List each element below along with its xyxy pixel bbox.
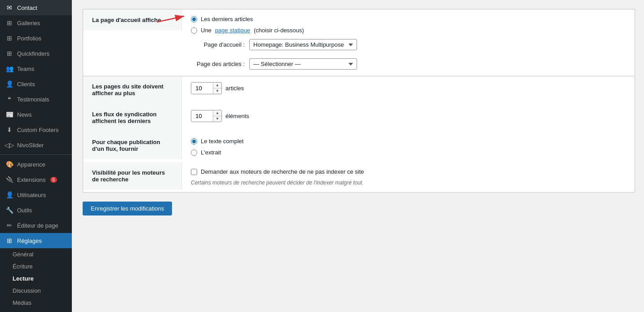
sidebar-label-apparence: Apparence <box>17 161 45 168</box>
radio-static[interactable] <box>191 27 197 34</box>
subitem-label-lecture: Lecture <box>13 275 34 282</box>
radio-latest-label[interactable]: Les derniers articles <box>191 16 626 22</box>
flux-control: ▲ ▼ éléments <box>182 104 635 128</box>
sidebar-subitem-general[interactable]: Général <box>0 248 72 260</box>
reglages-icon: ⊞ <box>5 237 13 245</box>
sidebar-label-utilisateurs: Utilisateurs <box>17 192 46 198</box>
noindex-checkbox[interactable] <box>191 169 197 175</box>
sidebar-item-custom-footers[interactable]: ⬇ Custom Footers <box>0 122 72 137</box>
settings-row-flux: Les flux de syndication affichent les de… <box>83 104 635 132</box>
pages-max-up[interactable]: ▲ <box>213 83 221 88</box>
apparence-icon: 🎨 <box>5 160 13 168</box>
radio-static-label[interactable]: Une page statique (choisir ci-dessous) <box>191 27 626 34</box>
sidebar-item-contact[interactable]: ✉ Contact <box>0 0 72 15</box>
sidebar-item-quickfinders[interactable]: ⊞ Quickfinders <box>0 46 72 61</box>
page-accueil-select[interactable]: Homepage: Business Multipurpose <box>249 39 357 50</box>
sidebar-item-testimonials[interactable]: ❝ Testimonials <box>0 92 72 107</box>
news-icon: 📰 <box>5 110 13 119</box>
visibility-label: Visibilité pour les moteurs de recherche <box>83 162 182 190</box>
flux-down[interactable]: ▼ <box>213 116 221 122</box>
sidebar-item-teams[interactable]: 👥 Teams <box>0 61 72 76</box>
pages-max-label: Les pages du site doivent afficher au pl… <box>83 76 182 104</box>
pages-max-control: ▲ ▼ articles <box>182 76 635 101</box>
subitem-label-general: Général <box>13 251 33 258</box>
radio-latest[interactable] <box>191 16 197 22</box>
flux-spinners: ▲ ▼ <box>213 111 221 122</box>
radio-full[interactable] <box>191 138 197 145</box>
quickfinders-icon: ⊞ <box>5 49 13 57</box>
dropdown-row-accueil: Page d'accueil : Homepage: Business Mult… <box>191 39 626 50</box>
radio-latest-text: Les derniers articles <box>201 16 253 22</box>
sidebar-item-editeur[interactable]: ✏ Éditeur de page <box>0 218 72 233</box>
sidebar-label-testimonials: Testimonials <box>17 96 49 103</box>
sidebar-label-portfolios: Portfolios <box>17 35 41 42</box>
flux-up[interactable]: ▲ <box>213 111 221 116</box>
flux-input-wrap: ▲ ▼ <box>191 110 222 122</box>
settings-wrap: La page d'accueil affiche <box>83 9 635 215</box>
flux-label: Les flux de syndication affichent les de… <box>83 104 182 132</box>
nivoslider-icon: ◁▷ <box>5 141 13 149</box>
sidebar-label-editeur: Éditeur de page <box>17 222 58 229</box>
utilisateurs-icon: 👤 <box>5 191 13 199</box>
editeur-icon: ✏ <box>5 221 13 229</box>
sidebar-label-custom-footers: Custom Footers <box>17 127 58 133</box>
sidebar-label-clients: Clients <box>17 81 35 88</box>
sidebar-item-galleries[interactable]: ⊞ Galleries <box>0 15 72 31</box>
radio-full-text: Le texte complet <box>201 138 243 145</box>
publication-control: Le texte complet L'extrait <box>182 132 635 162</box>
sidebar-label-outils: Outils <box>17 207 32 214</box>
noindex-text: Demander aux moteurs de recherche de ne … <box>201 168 364 175</box>
visibility-control: Demander aux moteurs de recherche de ne … <box>182 162 635 192</box>
sidebar-label-quickfinders: Quickfinders <box>17 50 49 57</box>
pages-max-input[interactable] <box>191 83 213 94</box>
sidebar-item-outils[interactable]: 🔧 Outils <box>0 202 72 218</box>
pages-max-down[interactable]: ▼ <box>213 88 221 94</box>
radio-static-suffix: (choisir ci-dessous) <box>254 27 304 34</box>
subitem-label-medias: Médias <box>13 299 31 306</box>
pages-max-spinners: ▲ ▼ <box>213 83 221 94</box>
sidebar-label-teams: Teams <box>17 66 34 72</box>
sidebar-label-extensions: Extensions <box>17 176 46 183</box>
sidebar-item-extensions[interactable]: 🔌 Extensions 6 <box>0 172 72 187</box>
sidebar-label-nivoslider: NivoSlider <box>17 142 44 149</box>
sidebar-subitem-lecture[interactable]: Lecture <box>0 272 72 285</box>
main-content: La page d'accueil affiche <box>72 0 644 312</box>
save-button[interactable]: Enregistrer les modifications <box>83 202 172 215</box>
sidebar-subitem-discussion[interactable]: Discussion <box>0 285 72 297</box>
page-articles-label: Page des articles : <box>191 61 245 67</box>
visibility-checkbox-group: Demander aux moteurs de recherche de ne … <box>191 168 626 186</box>
page-statique-link[interactable]: page statique <box>215 27 250 34</box>
custom-footers-icon: ⬇ <box>5 126 13 134</box>
outils-icon: 🔧 <box>5 206 13 214</box>
sidebar-item-portfolios[interactable]: ⊞ Portfolios <box>0 31 72 46</box>
sidebar-item-apparence[interactable]: 🎨 Apparence <box>0 157 72 172</box>
radio-full-label[interactable]: Le texte complet <box>191 138 626 145</box>
radio-extract-text: L'extrait <box>201 149 221 156</box>
flux-input[interactable] <box>191 110 213 122</box>
sidebar-item-clients[interactable]: 👤 Clients <box>0 76 72 92</box>
sidebar-subitem-ecriture[interactable]: Écriture <box>0 260 72 272</box>
contact-icon: ✉ <box>5 4 13 12</box>
page-articles-select[interactable]: — Sélectionner — <box>249 58 357 70</box>
radio-static-prefix: Une <box>201 27 212 34</box>
sidebar-label-reglages: Réglages <box>17 237 42 244</box>
homepage-radio-group: Les derniers articles Une page statique … <box>191 16 626 34</box>
radio-extract[interactable] <box>191 149 197 156</box>
settings-row-visibility: Visibilité pour les moteurs de recherche… <box>83 162 635 193</box>
pages-max-unit: articles <box>225 85 244 92</box>
page-accueil-label: Page d'accueil : <box>191 41 245 48</box>
radio-extract-label[interactable]: L'extrait <box>191 149 626 156</box>
galleries-icon: ⊞ <box>5 19 13 27</box>
sidebar-item-utilisateurs[interactable]: 👤 Utilisateurs <box>0 187 72 202</box>
flux-unit: éléments <box>225 113 249 119</box>
extensions-badge: 6 <box>50 177 57 183</box>
subitem-label-discussion: Discussion <box>13 287 41 294</box>
sidebar-item-news[interactable]: 📰 News <box>0 107 72 122</box>
settings-row-pages-max: Les pages du site doivent afficher au pl… <box>83 76 635 104</box>
sidebar-subitem-medias[interactable]: Médias <box>0 297 72 309</box>
sidebar-item-reglages[interactable]: ⊞ Réglages <box>0 233 72 248</box>
noindex-checkbox-label[interactable]: Demander aux moteurs de recherche de ne … <box>191 168 626 175</box>
sidebar-item-nivoslider[interactable]: ◁▷ NivoSlider <box>0 137 72 153</box>
clients-icon: 👤 <box>5 80 13 88</box>
publication-radio-group: Le texte complet L'extrait <box>191 138 626 156</box>
